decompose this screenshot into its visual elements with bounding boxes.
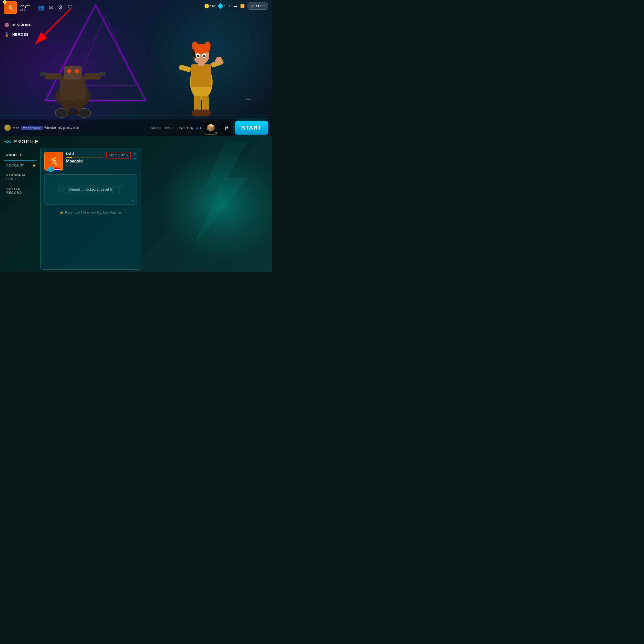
swap-button[interactable]: ⇄: [221, 122, 232, 133]
user-details: Lvl 2 Moagold: [66, 152, 103, 164]
back-button[interactable]: <<: [5, 139, 11, 145]
nav-item-account[interactable]: ACCOUNT: [4, 160, 36, 170]
player-id-text: #13716642: [109, 153, 125, 157]
friends-icon[interactable]: 👥: [37, 4, 44, 11]
medals-section: RECOUNT Medals unlocked at Level 5 ✏: [44, 174, 137, 205]
player-level: Lvl 2: [19, 8, 30, 11]
nav-stats-label: PERSONAL STATS: [6, 173, 26, 181]
profile-title: PROFILE: [13, 139, 39, 145]
chat-dots: [13, 127, 19, 129]
rank-icon: ↺: [48, 167, 54, 172]
start-label: START: [241, 125, 262, 131]
medals-edit-button[interactable]: ✏: [132, 198, 135, 202]
nav-item-battle-record[interactable]: BATTLE RECORD: [4, 184, 36, 197]
edit-icon-2[interactable]: ✏: [134, 157, 137, 161]
character-label: Player: [244, 98, 252, 101]
chat-message-text: WhiteDemoN gamay oten: [44, 126, 79, 130]
svg-rect-5: [64, 66, 82, 79]
profile-card: 🍕 ↺ Lvl 2 Moagold #13716642: [40, 148, 141, 270]
missions-icon: 🎯: [4, 22, 10, 28]
battery-icon: ▬: [234, 4, 237, 8]
nav-item-profile[interactable]: PROFILE: [4, 150, 36, 160]
chest-counter: 1/6: [214, 131, 217, 134]
account-dot: [33, 165, 35, 167]
lock-icon: 🔒: [59, 210, 64, 214]
level-fill: [66, 157, 72, 158]
players-icon: 👥: [195, 127, 198, 130]
shop-button[interactable]: 🛒 SHOP: [248, 3, 268, 10]
copy-id-button[interactable]: ⎘: [127, 153, 128, 157]
svg-rect-15: [99, 72, 106, 76]
svg-rect-14: [40, 72, 47, 76]
sidebar-item-heroes[interactable]: 🏅 HEROES: [3, 30, 33, 39]
user-name: Moagold: [66, 159, 103, 164]
wifi-icon: 📶: [240, 4, 245, 8]
diamonds-display: 0: [218, 4, 225, 8]
character-svg: [176, 32, 226, 120]
svg-rect-13: [84, 73, 101, 79]
nav-battle-label: BATTLE RECORD: [6, 187, 22, 194]
avatar-emoji: 🍕: [7, 5, 14, 11]
svg-point-24: [205, 42, 211, 50]
coins-display: ○ 190: [205, 4, 216, 8]
svg-point-28: [203, 55, 206, 57]
mail-icon[interactable]: ✉: [49, 4, 53, 11]
svg-point-32: [215, 57, 222, 65]
svg-point-6: [67, 69, 71, 73]
profile-avatar: 🍕 ↺: [44, 152, 63, 171]
emote-button[interactable]: 😊: [4, 124, 11, 131]
left-sidebar: 🎯 MISSIONS 🏅 HEROES: [3, 20, 33, 39]
nav-item-personal-stats[interactable]: PERSONAL STATS: [4, 170, 36, 184]
coin-icon: ○: [205, 4, 209, 8]
battle-royale-info: BATTLE ROYALE | Sunset City 👥 4: [151, 126, 201, 130]
battle-mode-label: BATTLE ROYALE | Sunset City 👥 4: [151, 126, 201, 130]
player-name: Player: [19, 4, 30, 8]
profile-avatar-badge: ↺: [48, 167, 60, 172]
mech-svg: [38, 51, 108, 121]
bottom-game-ui: 😊 [World Message] WhiteDemoN gamay oten …: [0, 119, 272, 136]
player-id-box: #13716642 ⎘: [106, 152, 131, 158]
mech-display: [38, 51, 108, 122]
edit-icon-1[interactable]: ✏: [134, 152, 137, 156]
shop-label: SHOP: [256, 4, 265, 8]
shop-icon: 🛒: [251, 4, 255, 8]
ranked-lock-text: Reach Lvl 5 to unlock Ranked Matches: [65, 211, 122, 214]
svg-rect-12: [45, 73, 62, 79]
svg-rect-30: [179, 64, 192, 72]
chest-button[interactable]: 📦 1/6: [204, 121, 218, 135]
sidebar-item-missions[interactable]: 🎯 MISSIONS: [3, 20, 33, 30]
diamond-icon: [218, 3, 223, 9]
user-level: Lvl 2: [66, 152, 103, 156]
player-info: Player Lvl 2: [19, 4, 30, 11]
plus-button[interactable]: +: [228, 4, 231, 8]
svg-point-23: [192, 42, 198, 50]
character-display: [176, 32, 226, 121]
bottom-right-ui: BATTLE ROYALE | Sunset City 👥 4 📦 1/6 ⇄ …: [151, 121, 268, 135]
player-avatar[interactable]: 🍕: [4, 1, 17, 14]
edit-icons: ✏ ✏: [134, 152, 137, 161]
swap-icon: ⇄: [224, 125, 229, 131]
svg-point-7: [75, 69, 79, 73]
user-info-row: 🍕 ↺ Lvl 2 Moagold #13716642: [44, 152, 137, 171]
world-message-badge: [World Message]: [21, 126, 43, 130]
chat-dot-3: [18, 127, 19, 129]
profile-section: << PROFILE PROFILE ACCOUNT PERSONAL STAT…: [0, 136, 272, 272]
ranked-section: 🔒 Reach Lvl 5 to unlock Ranked Matches: [44, 207, 137, 218]
shield-icon[interactable]: 🛡: [67, 4, 73, 11]
settings-icon[interactable]: ⚙: [58, 4, 63, 11]
heroes-label: HEROES: [12, 32, 29, 36]
battle-mode-text: BATTLE ROYALE: [151, 127, 174, 130]
chest-icon: 📦: [207, 124, 215, 132]
lightning-bg-svg: [176, 141, 252, 241]
profile-avatar-emoji: 🍕: [49, 157, 58, 165]
start-button[interactable]: START: [235, 121, 268, 135]
profile-nav: PROFILE ACCOUNT PERSONAL STATS BATTLE RE…: [4, 148, 36, 270]
nav-profile-label: PROFILE: [6, 153, 22, 157]
nav-account-label: ACCOUNT: [6, 164, 24, 167]
top-right-hud: ○ 190 0 + ▬ 📶 🛒 SHOP: [205, 3, 268, 10]
medals-label: Medals unlocked at Level 5: [69, 187, 112, 191]
game-scene: Player 🍕 Player Lvl 2 👥 ✉ ⚙ 🛡 ○ 190 0: [0, 0, 272, 136]
svg-point-16: [55, 108, 68, 117]
chat-dot-2: [16, 127, 17, 129]
coins-value: 190: [210, 4, 216, 8]
